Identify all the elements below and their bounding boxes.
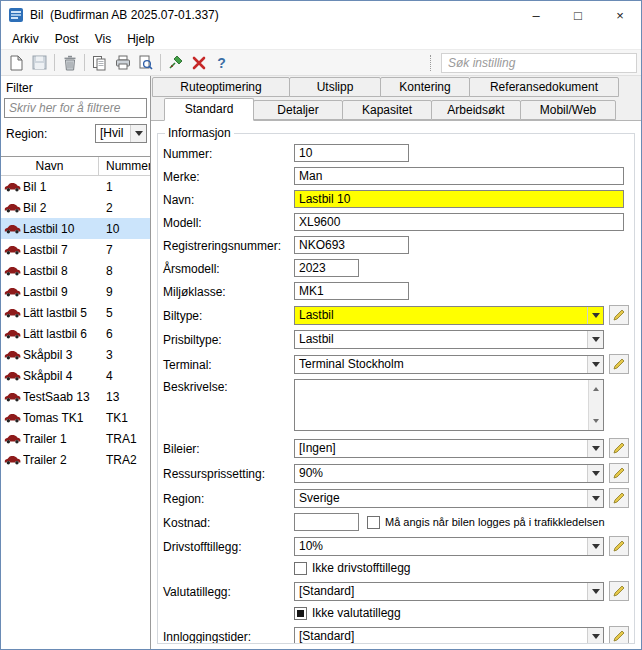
maximize-button[interactable]: □ xyxy=(557,1,599,29)
tab-standard[interactable]: Standard xyxy=(164,98,254,121)
car-icon xyxy=(1,413,23,423)
bileier-dropdown[interactable]: [Ingen] xyxy=(294,439,604,458)
vehicle-number: 10 xyxy=(99,222,150,236)
window-title: Bil (Budfirman AB 2025.07-01.337) xyxy=(30,8,219,22)
vehicle-number: 4 xyxy=(99,369,150,383)
terminal-label: Terminal: xyxy=(163,357,294,372)
tab-detaljer[interactable]: Detaljer xyxy=(253,100,343,120)
tab-ruteoptimering[interactable]: Ruteoptimering xyxy=(152,77,290,97)
merke-input[interactable] xyxy=(294,167,624,185)
help-icon[interactable]: ? xyxy=(210,52,233,74)
vehicle-row[interactable]: Skåpbil 3 3 xyxy=(1,344,150,365)
miljoklasse-input[interactable] xyxy=(294,282,409,300)
kostnad-input[interactable] xyxy=(294,513,359,531)
region-dropdown[interactable]: [Hvil xyxy=(95,124,147,143)
valutatillegg-dropdown[interactable]: [Standard] xyxy=(294,582,604,601)
vehicle-row[interactable]: Trailer 2 TRA2 xyxy=(1,449,150,470)
edit-valutatillegg-button[interactable] xyxy=(609,581,629,601)
vehicle-name: Trailer 1 xyxy=(23,432,99,446)
scroll-up-icon[interactable] xyxy=(593,384,599,391)
car-icon xyxy=(1,287,23,297)
print-icon[interactable] xyxy=(111,52,134,74)
menu-post[interactable]: Post xyxy=(47,30,87,48)
ikke-valutatillegg-checkbox[interactable] xyxy=(294,607,307,620)
registreringsnummer-input[interactable] xyxy=(294,236,409,254)
chevron-down-icon xyxy=(587,440,603,457)
edit-drivstofftillegg-button[interactable] xyxy=(609,536,629,556)
beskrivelse-textarea[interactable] xyxy=(295,380,588,430)
bileier-value: [Ingen] xyxy=(295,440,587,457)
menu-hjelp[interactable]: Hjelp xyxy=(119,30,162,48)
toolbar-grip[interactable] xyxy=(430,55,436,71)
informasjon-groupbox: Informasjon Nummer: Merke: Navn: Mo xyxy=(157,126,635,644)
innloggingstider-dropdown[interactable]: [Standard] xyxy=(294,627,604,645)
edit-biltype-button[interactable] xyxy=(609,305,629,325)
scroll-down-icon[interactable] xyxy=(593,419,599,426)
vehicle-row[interactable]: TestSaab 13 13 xyxy=(1,386,150,407)
cancel-icon[interactable] xyxy=(187,52,210,74)
app-window: Bil (Budfirman AB 2025.07-01.337) – □ × … xyxy=(0,0,642,650)
vehicle-name: Bil 2 xyxy=(23,201,99,215)
valutatillegg-label: Valutatillegg: xyxy=(163,584,294,599)
prisbiltype-dropdown[interactable]: Lastbil xyxy=(294,330,604,349)
biltype-dropdown[interactable]: Lastbil xyxy=(294,306,604,325)
edit-innloggingstider-button[interactable] xyxy=(609,626,629,644)
terminal-dropdown[interactable]: Terminal Stockholm xyxy=(294,355,604,374)
kostnad-checkbox[interactable] xyxy=(367,516,380,529)
navn-input[interactable] xyxy=(294,190,624,208)
menu-arkiv[interactable]: Arkiv xyxy=(4,30,47,48)
vehicle-number: 7 xyxy=(99,243,150,257)
new-document-icon[interactable] xyxy=(5,52,28,74)
vehicle-row[interactable]: Lastbil 7 7 xyxy=(1,239,150,260)
column-header-nummer[interactable]: Nummer xyxy=(99,157,150,175)
vehicle-name: Bil 1 xyxy=(23,180,99,194)
tab-kontering[interactable]: Kontering xyxy=(380,77,470,97)
edit-ressursprissetting-button[interactable] xyxy=(609,463,629,483)
vehicle-name: Skåpbil 4 xyxy=(23,369,99,383)
kostnad-checkbox-label: Må angis når bilen logges på i trafikkle… xyxy=(385,516,605,528)
close-button[interactable]: × xyxy=(599,1,641,29)
tab-kapasitet[interactable]: Kapasitet xyxy=(342,100,432,120)
delete-icon[interactable] xyxy=(58,52,81,74)
tab-mobil-web[interactable]: Mobil/Web xyxy=(520,100,616,120)
chevron-down-icon xyxy=(587,583,603,600)
vehicle-row[interactable]: Lastbil 9 9 xyxy=(1,281,150,302)
vehicle-row[interactable]: Bil 1 1 xyxy=(1,176,150,197)
scrollbar[interactable] xyxy=(588,380,603,430)
drivstofftillegg-dropdown[interactable]: 10% xyxy=(294,537,604,556)
vehicle-row[interactable]: Lätt lastbil 5 5 xyxy=(1,302,150,323)
drivstofftillegg-value: 10% xyxy=(295,538,587,555)
ikke-drivstofftillegg-checkbox[interactable] xyxy=(294,562,307,575)
column-header-navn[interactable]: Navn xyxy=(1,157,99,175)
edit-region-button[interactable] xyxy=(609,488,629,508)
vehicle-row[interactable]: Bil 2 2 xyxy=(1,197,150,218)
search-input[interactable] xyxy=(441,53,637,73)
filter-input[interactable] xyxy=(4,98,147,118)
vehicle-row[interactable]: Trailer 1 TRA1 xyxy=(1,428,150,449)
modell-input[interactable] xyxy=(294,213,624,231)
connect-icon[interactable] xyxy=(164,52,187,74)
ressursprissetting-dropdown[interactable]: 90% xyxy=(294,464,604,483)
vehicle-row[interactable]: Lastbil 8 8 xyxy=(1,260,150,281)
copy-icon[interactable] xyxy=(88,52,111,74)
tab-utslipp[interactable]: Utslipp xyxy=(289,77,381,97)
vehicle-row-selected[interactable]: Lastbil 10 10 xyxy=(1,218,150,239)
list-header: Navn Nummer xyxy=(1,157,150,176)
nummer-input[interactable] xyxy=(294,144,409,162)
tab-referansedokument[interactable]: Referansedokument xyxy=(469,77,619,97)
toolbar-separator xyxy=(160,54,161,71)
tab-arbeidsokt[interactable]: Arbeidsøkt xyxy=(431,100,521,120)
chevron-down-icon xyxy=(587,628,603,645)
minimize-button[interactable]: – xyxy=(515,1,557,29)
edit-terminal-button[interactable] xyxy=(609,354,629,374)
arsmodell-input[interactable] xyxy=(294,259,359,277)
save-icon[interactable] xyxy=(28,52,51,74)
vehicle-row[interactable]: Skåpbil 4 4 xyxy=(1,365,150,386)
menu-vis[interactable]: Vis xyxy=(87,30,119,48)
region-field-dropdown[interactable]: Sverige xyxy=(294,489,604,508)
print-preview-icon[interactable] xyxy=(134,52,157,74)
vehicle-row[interactable]: Tomas TK1 TK1 xyxy=(1,407,150,428)
chevron-down-icon xyxy=(130,125,146,142)
vehicle-row[interactable]: Lätt lastbil 6 6 xyxy=(1,323,150,344)
edit-bileier-button[interactable] xyxy=(609,438,629,458)
